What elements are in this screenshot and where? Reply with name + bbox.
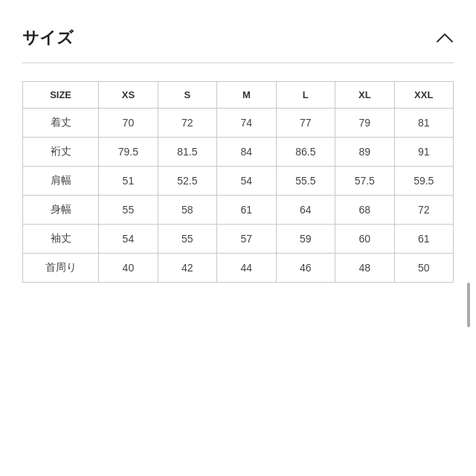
row-value: 54: [99, 225, 158, 254]
row-value: 61: [217, 196, 276, 225]
row-value: 79: [335, 109, 394, 138]
row-value: 55.5: [276, 167, 335, 196]
row-label: 首周り: [23, 254, 99, 283]
row-value: 74: [217, 109, 276, 138]
table-row: 着丈707274777981: [23, 109, 454, 138]
row-value: 79.5: [99, 138, 158, 167]
col-header-size: SIZE: [23, 82, 99, 109]
row-value: 70: [99, 109, 158, 138]
scrollbar[interactable]: [467, 283, 470, 327]
row-value: 54: [217, 167, 276, 196]
table-row: 首周り404244464850: [23, 254, 454, 283]
row-value: 72: [158, 109, 216, 138]
row-value: 50: [394, 254, 453, 283]
row-value: 81: [394, 109, 453, 138]
row-value: 52.5: [158, 167, 216, 196]
row-value: 84: [217, 138, 276, 167]
chevron-up-icon[interactable]: [436, 29, 454, 47]
row-value: 42: [158, 254, 216, 283]
col-header-s: S: [158, 82, 216, 109]
col-header-xs: XS: [99, 82, 158, 109]
row-value: 61: [394, 225, 453, 254]
table-container: SIZE XS S M L XL XXL 着丈707274777981裄丈79.…: [0, 81, 476, 283]
row-label: 肩幅: [23, 167, 99, 196]
row-value: 55: [158, 225, 216, 254]
table-row: 裄丈79.581.58486.58991: [23, 138, 454, 167]
col-header-xxl: XXL: [394, 82, 453, 109]
row-value: 48: [335, 254, 394, 283]
row-value: 57.5: [335, 167, 394, 196]
row-value: 55: [99, 196, 158, 225]
col-header-xl: XL: [335, 82, 394, 109]
row-value: 64: [276, 196, 335, 225]
row-value: 91: [394, 138, 453, 167]
row-value: 81.5: [158, 138, 216, 167]
row-value: 89: [335, 138, 394, 167]
table-row: 身幅555861646872: [23, 196, 454, 225]
col-header-l: L: [276, 82, 335, 109]
row-value: 72: [394, 196, 453, 225]
row-value: 59: [276, 225, 335, 254]
table-row: 肩幅5152.55455.557.559.5: [23, 167, 454, 196]
col-header-m: M: [217, 82, 276, 109]
row-label: 身幅: [23, 196, 99, 225]
row-value: 60: [335, 225, 394, 254]
header-section: サイズ: [0, 0, 476, 62]
row-value: 77: [276, 109, 335, 138]
row-value: 51: [99, 167, 158, 196]
row-value: 59.5: [394, 167, 453, 196]
page: サイズ SIZE XS S M L XL XXL 着丈707274777: [0, 0, 476, 476]
row-label: 裄丈: [23, 138, 99, 167]
row-value: 86.5: [276, 138, 335, 167]
row-label: 着丈: [23, 109, 99, 138]
row-value: 40: [99, 254, 158, 283]
row-value: 46: [276, 254, 335, 283]
row-value: 68: [335, 196, 394, 225]
table-row: 袖丈545557596061: [23, 225, 454, 254]
row-label: 袖丈: [23, 225, 99, 254]
section-title: サイズ: [22, 27, 74, 49]
row-value: 44: [217, 254, 276, 283]
size-table: SIZE XS S M L XL XXL 着丈707274777981裄丈79.…: [22, 81, 454, 283]
row-value: 57: [217, 225, 276, 254]
divider: [22, 62, 454, 63]
table-header-row: SIZE XS S M L XL XXL: [23, 82, 454, 109]
row-value: 58: [158, 196, 216, 225]
